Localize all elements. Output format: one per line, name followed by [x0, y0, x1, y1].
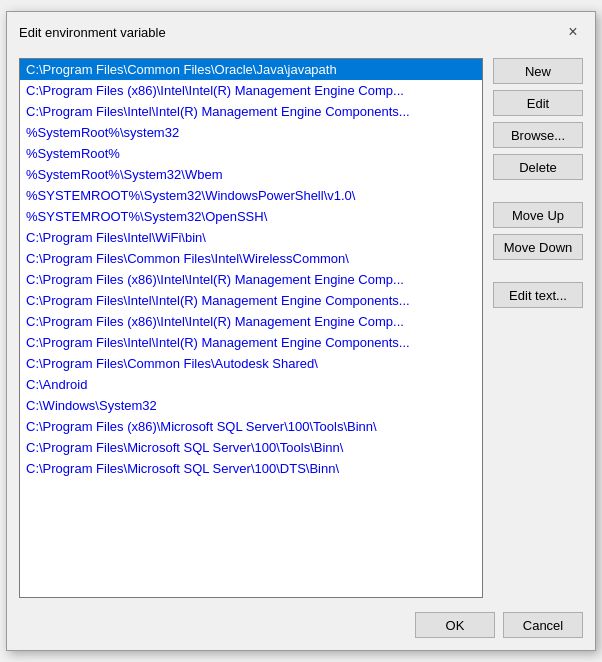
list-item[interactable]: C:\Program Files (x86)\Intel\Intel(R) Ma… — [20, 311, 482, 332]
browse-button[interactable]: Browse... — [493, 122, 583, 148]
close-button[interactable]: × — [563, 22, 583, 42]
list-item[interactable]: C:\Program Files (x86)\Microsoft SQL Ser… — [20, 416, 482, 437]
list-item[interactable]: C:\Windows\System32 — [20, 395, 482, 416]
list-item[interactable]: %SystemRoot%\system32 — [20, 122, 482, 143]
spacer2 — [493, 266, 583, 276]
ok-button[interactable]: OK — [415, 612, 495, 638]
list-item[interactable]: C:\Program Files (x86)\Intel\Intel(R) Ma… — [20, 269, 482, 290]
new-button[interactable]: New — [493, 58, 583, 84]
list-item[interactable]: C:\Program Files\Intel\Intel(R) Manageme… — [20, 290, 482, 311]
list-item[interactable]: %SYSTEMROOT%\System32\OpenSSH\ — [20, 206, 482, 227]
list-item[interactable]: C:\Program Files\Common Files\Autodesk S… — [20, 353, 482, 374]
title-bar: Edit environment variable × — [7, 12, 595, 50]
list-item[interactable]: C:\Program Files\Common Files\Oracle\Jav… — [20, 59, 482, 80]
dialog-body: C:\Program Files\Common Files\Oracle\Jav… — [7, 50, 595, 606]
list-item[interactable]: %SystemRoot%\System32\Wbem — [20, 164, 482, 185]
list-item[interactable]: C:\Program Files\Microsoft SQL Server\10… — [20, 458, 482, 479]
list-item[interactable]: C:\Program Files (x86)\Intel\Intel(R) Ma… — [20, 80, 482, 101]
edit-button[interactable]: Edit — [493, 90, 583, 116]
cancel-button[interactable]: Cancel — [503, 612, 583, 638]
dialog-footer: OK Cancel — [7, 606, 595, 650]
dialog-title: Edit environment variable — [19, 25, 166, 40]
list-item[interactable]: C:\Program Files\Common Files\Intel\Wire… — [20, 248, 482, 269]
edit-text-button[interactable]: Edit text... — [493, 282, 583, 308]
edit-env-dialog: Edit environment variable × C:\Program F… — [6, 11, 596, 651]
list-item[interactable]: C:\Program Files\Intel\Intel(R) Manageme… — [20, 332, 482, 353]
list-item[interactable]: C:\Program Files\Intel\WiFi\bin\ — [20, 227, 482, 248]
action-buttons-panel: New Edit Browse... Delete Move Up Move D… — [493, 58, 583, 598]
env-list[interactable]: C:\Program Files\Common Files\Oracle\Jav… — [19, 58, 483, 598]
list-item[interactable]: C:\Android — [20, 374, 482, 395]
move-down-button[interactable]: Move Down — [493, 234, 583, 260]
spacer — [493, 186, 583, 196]
list-item[interactable]: %SystemRoot% — [20, 143, 482, 164]
list-item[interactable]: C:\Program Files\Microsoft SQL Server\10… — [20, 437, 482, 458]
list-item[interactable]: C:\Program Files\Intel\Intel(R) Manageme… — [20, 101, 482, 122]
delete-button[interactable]: Delete — [493, 154, 583, 180]
list-item[interactable]: %SYSTEMROOT%\System32\WindowsPowerShell\… — [20, 185, 482, 206]
move-up-button[interactable]: Move Up — [493, 202, 583, 228]
